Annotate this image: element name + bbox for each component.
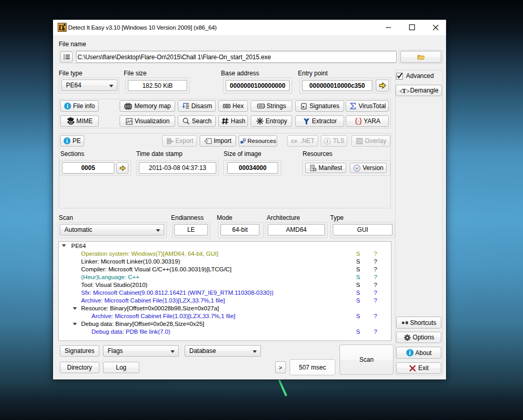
svg-text:T: T	[402, 87, 407, 94]
svg-text:abc: abc	[258, 104, 264, 108]
svg-text:e: e	[62, 25, 65, 32]
svg-text:C#: C#	[291, 139, 297, 144]
svg-text:>: >	[407, 88, 410, 94]
